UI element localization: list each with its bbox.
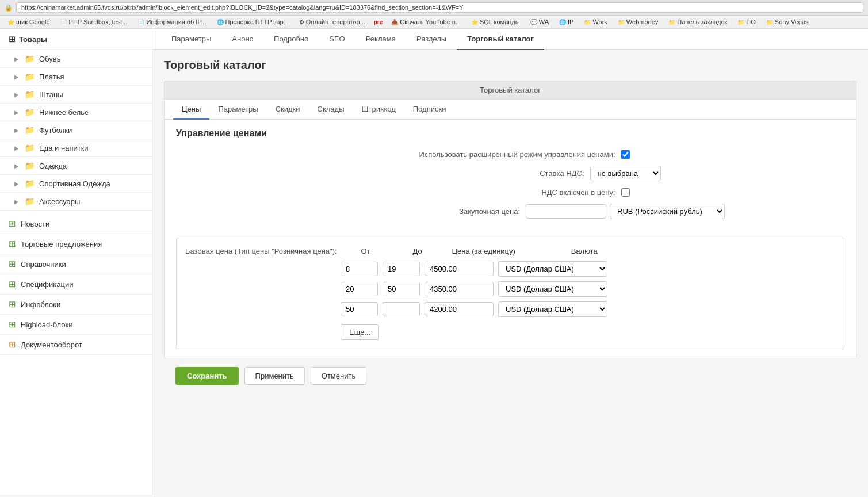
sidebar-label: Highload-блоки (21, 320, 72, 329)
folder-icon: 📁 (25, 90, 35, 99)
bookmark-http[interactable]: 🌐 Проверка HTTP зар... (214, 17, 292, 26)
purchase-currency-select[interactable]: RUB (Российский рубль) USD (Доллар США) … (610, 204, 725, 219)
inner-tab-shtrihkod[interactable]: Штрихкод (353, 100, 404, 120)
inner-tab-parametry[interactable]: Параметры (209, 100, 266, 120)
docs-icon: ⊞ (9, 339, 16, 350)
inner-tab-sklady[interactable]: Склады (309, 100, 353, 120)
sidebar-item-highload[interactable]: ⊞ Highload-блоки (0, 315, 152, 335)
url-bar[interactable]: https://chinamarket.admin65.fvds.ru/bitr… (16, 2, 863, 13)
sidebar-item-sport[interactable]: ▶ 📁 Спортивная Одежда (0, 175, 152, 193)
price-from-3[interactable] (341, 302, 378, 316)
price-currency-3[interactable]: USD (Доллар США) RUB (Российский рубль) … (498, 301, 607, 317)
pricing-row-3: USD (Доллар США) RUB (Российский рубль) … (185, 301, 835, 317)
price-to-1[interactable] (383, 262, 420, 276)
inner-tab-podpiski[interactable]: Подписки (404, 100, 455, 120)
sidebar-item-dokumentooborot[interactable]: ⊞ Документооборот (0, 335, 152, 355)
form-area: Использовать расширенный режим управлени… (165, 144, 856, 232)
vat-in-price-checkbox[interactable] (621, 188, 630, 197)
sidebar-label: Штаны (39, 90, 63, 99)
bookmark-webmoney[interactable]: 📁 Webmoney (615, 17, 661, 26)
sidebar-item-spravochniki[interactable]: ⊞ Справочники (0, 254, 152, 274)
sidebar-item-obuv[interactable]: ▶ 📁 Обувь (0, 50, 152, 68)
extended-mode-checkbox[interactable] (621, 150, 630, 159)
vat-in-price-row: НДС включен в цену: (176, 188, 844, 197)
bottom-buttons: Сохранить Применить Отменить (164, 358, 856, 393)
sidebar-item-futbolki[interactable]: ▶ 📁 Футболки (0, 121, 152, 139)
bookmarks-bar: ⭐ щик Google 📄 PHP Sandbox, test... 📄 Ин… (0, 16, 868, 29)
sidebar-section-title: Товары (19, 35, 47, 44)
tab-razdely[interactable]: Разделы (406, 29, 457, 50)
sidebar-item-eda[interactable]: ▶ 📁 Еда и напитки (0, 139, 152, 157)
bookmark-google[interactable]: ⭐ щик Google (5, 17, 53, 26)
vat-select[interactable]: не выбрана 0% 10% 20% (590, 166, 661, 181)
sidebar-item-platya[interactable]: ▶ 📁 Платья (0, 68, 152, 86)
col-header-to: До (395, 247, 441, 255)
price-from-2[interactable] (341, 282, 378, 296)
inner-tab-tseny[interactable]: Цены (173, 100, 209, 120)
bookmark-ip-info[interactable]: 📄 Информация об IP... (135, 17, 209, 26)
price-from-1[interactable] (341, 262, 378, 276)
bookmark-panel[interactable]: 📁 Панель закладок (666, 17, 730, 26)
pricing-row-1: USD (Доллар США) RUB (Российский рубль) … (185, 261, 835, 277)
save-button[interactable]: Сохранить (175, 367, 239, 385)
arrow-icon: ▶ (14, 163, 19, 169)
price-to-2[interactable] (383, 282, 420, 296)
bookmark-icon-wa: 💬 (530, 19, 537, 25)
arrow-icon: ▶ (14, 127, 19, 133)
bookmark-sql[interactable]: ⭐ SQL команды (468, 17, 523, 26)
sidebar-label: Торговые предложения (21, 240, 102, 248)
folder-icon: 📁 (25, 125, 35, 135)
vat-label: Ставка НДС: (360, 169, 590, 178)
purchase-price-control: RUB (Российский рубль) USD (Доллар США) … (526, 204, 725, 219)
tab-anons[interactable]: Анонс (221, 29, 263, 50)
price-value-3[interactable] (425, 302, 494, 316)
folder-icon: 📁 (25, 54, 35, 63)
tab-parametry[interactable]: Параметры (161, 29, 221, 50)
bookmark-wa[interactable]: 💬 WA (527, 17, 552, 26)
arrow-icon: ▶ (14, 91, 19, 98)
bookmark-pre-label: pre (373, 19, 384, 25)
tab-torgovyy-katalog[interactable]: Торговый каталог (457, 29, 544, 50)
purchase-price-input[interactable] (526, 204, 606, 219)
price-currency-1[interactable]: USD (Доллар США) RUB (Российский рубль) … (498, 261, 607, 277)
sidebar-item-shtany[interactable]: ▶ 📁 Штаны (0, 86, 152, 104)
bookmark-icon-ip2: 🌐 (559, 19, 566, 25)
sidebar-item-infobloki[interactable]: ⊞ Инфоблоки (0, 295, 152, 315)
apply-button[interactable]: Применить (244, 367, 305, 385)
bookmark-sony[interactable]: 📁 Sony Vegas (763, 17, 812, 26)
bookmark-work[interactable]: 📁 Work (581, 17, 610, 26)
bookmark-icon: ⭐ (7, 19, 14, 25)
section-title: Управление ценами (165, 120, 856, 144)
sidebar-label: Справочники (21, 260, 66, 269)
sidebar-item-novosti[interactable]: ⊞ Новости (0, 214, 152, 234)
bookmark-po[interactable]: 📁 ПО (735, 17, 758, 26)
sidebar-item-torgovye[interactable]: ⊞ Торговые предложения (0, 234, 152, 254)
price-value-1[interactable] (425, 262, 494, 276)
tab-reklama[interactable]: Реклама (355, 29, 406, 50)
news-icon: ⊞ (9, 219, 16, 229)
sidebar-item-aksessuary[interactable]: ▶ 📁 Аксессуары (0, 193, 152, 211)
price-value-2[interactable] (425, 282, 494, 296)
sidebar-item-spetsifikatsii[interactable]: ⊞ Спецификации (0, 274, 152, 295)
bookmark-generator[interactable]: ⚙ Онлайн генератор... (296, 17, 368, 26)
bookmark-icon-sony: 📁 (766, 19, 773, 25)
tab-podrobno[interactable]: Подробно (263, 29, 319, 50)
price-to-3[interactable] (383, 302, 420, 316)
cancel-button[interactable]: Отменить (311, 367, 366, 385)
price-currency-2[interactable]: USD (Доллар США) RUB (Российский рубль) … (498, 281, 607, 297)
sidebar-item-nizhnee[interactable]: ▶ 📁 Нижнее белье (0, 104, 152, 121)
extended-mode-control (621, 150, 630, 159)
bookmark-youtube[interactable]: 📥 Скачать YouTube в... (388, 17, 464, 26)
arrow-icon: ▶ (14, 56, 19, 62)
tab-seo[interactable]: SEO (319, 29, 355, 50)
sidebar: ⊞ Товары ▶ 📁 Обувь ▶ 📁 Платья ▶ 📁 Штаны … (0, 29, 152, 495)
sidebar-label: Еда и напитки (39, 144, 89, 152)
app-container: ⊞ Товары ▶ 📁 Обувь ▶ 📁 Платья ▶ 📁 Штаны … (0, 29, 868, 495)
inner-tab-skidki[interactable]: Скидки (267, 100, 309, 120)
pricing-header-row: Базовая цена (Тип цены "Розничная цена")… (185, 247, 835, 255)
sidebar-item-odezhda[interactable]: ▶ 📁 Одежда (0, 157, 152, 175)
more-button[interactable]: Еще... (341, 324, 379, 340)
bookmark-php[interactable]: 📄 PHP Sandbox, test... (58, 17, 131, 26)
bookmark-ip[interactable]: 🌐 IP (556, 17, 576, 26)
bookmark-icon-webmoney: 📁 (618, 19, 625, 25)
